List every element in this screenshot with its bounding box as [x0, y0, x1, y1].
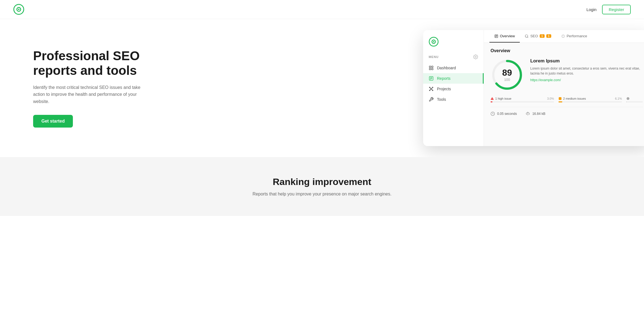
- tab-performance-label: Performance: [567, 34, 587, 38]
- app-mockup: MENU Dashboard Reports: [423, 30, 644, 146]
- medium-issue-label: 2 medium issues: [558, 97, 586, 100]
- performance-tab-icon: [561, 34, 565, 38]
- site-info: Lorem Ipsum Lorem ipsum dolor sit amet, …: [530, 58, 643, 91]
- score-donut-svg: [491, 58, 524, 91]
- mockup-main: Overview SEO 1 1 Performance: [484, 30, 644, 146]
- svg-point-35: [627, 97, 629, 100]
- tools-icon: [429, 97, 434, 102]
- overview-content: Overview 89 100: [484, 43, 644, 146]
- scale-icon: [526, 112, 530, 116]
- svg-point-17: [432, 87, 433, 88]
- svg-rect-10: [432, 68, 433, 70]
- reports-icon: [429, 76, 434, 81]
- svg-point-6: [475, 56, 476, 58]
- low-issue-item: [626, 97, 643, 102]
- sidebar-item-tools[interactable]: Tools: [423, 94, 484, 105]
- hero-title: Professional SEO reports and tools: [33, 49, 149, 78]
- low-issue-label: [626, 97, 630, 100]
- svg-point-18: [429, 90, 430, 91]
- high-issue-pct: 3.0%: [547, 97, 554, 100]
- hero-section: Professional SEO reports and tools Ident…: [0, 19, 644, 157]
- hero-subtitle: Identify the most critical technical SEO…: [33, 84, 149, 105]
- bottom-subtitle: Reports that help you improve your prese…: [245, 192, 399, 197]
- score-circle: 89 100: [491, 58, 524, 91]
- seo-badge-1: 1: [540, 34, 545, 38]
- stat-time-value: 0.05 seconds: [497, 112, 517, 116]
- high-issue-icon: [491, 97, 494, 100]
- svg-rect-34: [559, 97, 561, 100]
- seo-tab-icon: [525, 34, 529, 38]
- site-description: Lorem ipsum dolor sit amet, consectetur …: [530, 66, 643, 76]
- svg-point-28: [525, 35, 528, 37]
- sidebar-projects-label: Projects: [437, 87, 451, 91]
- sidebar-item-dashboard[interactable]: Dashboard: [423, 63, 484, 73]
- sidebar-reports-label: Reports: [437, 76, 450, 81]
- overview-card: 89 100 Lorem Ipsum Lorem ipsum dolor sit…: [491, 58, 643, 91]
- login-button[interactable]: Login: [586, 7, 597, 12]
- sidebar-logo: [423, 37, 484, 54]
- svg-point-19: [432, 90, 433, 91]
- svg-point-5: [433, 41, 434, 43]
- sidebar-tools-label: Tools: [437, 97, 446, 102]
- mockup-sidebar: MENU Dashboard Reports: [423, 30, 484, 146]
- medium-issue-pct: 6.1%: [615, 97, 622, 100]
- tab-seo-label: SEO: [530, 34, 538, 38]
- nav-logo: [13, 4, 24, 15]
- svg-rect-8: [432, 66, 433, 67]
- stat-size-value: 16.84 kB: [532, 112, 545, 116]
- svg-point-16: [429, 87, 430, 88]
- sidebar-dashboard-label: Dashboard: [437, 66, 456, 70]
- high-issue-bar: [491, 101, 554, 102]
- svg-point-2: [18, 9, 20, 10]
- overview-section-title: Overview: [491, 48, 643, 53]
- svg-line-22: [430, 89, 431, 90]
- tab-overview[interactable]: Overview: [489, 30, 520, 43]
- medium-issue-bar-fill: [558, 101, 562, 102]
- sidebar-item-reports[interactable]: Reports: [423, 73, 484, 84]
- stat-size: 16.84 kB: [526, 112, 545, 116]
- site-url: https://example.com/: [530, 78, 643, 82]
- svg-line-20: [430, 88, 431, 88]
- timer-icon: [491, 112, 495, 116]
- stat-time: 0.05 seconds: [491, 112, 517, 116]
- register-button[interactable]: Register: [602, 5, 631, 14]
- hero-text: Professional SEO reports and tools Ident…: [33, 49, 149, 128]
- overview-tab-icon: [494, 34, 498, 38]
- svg-line-29: [528, 37, 528, 38]
- dashboard-icon: [429, 65, 434, 70]
- medium-issue-item: 2 medium issues 6.1%: [558, 97, 622, 102]
- bottom-section: Ranking improvement Reports that help yo…: [0, 157, 644, 216]
- get-started-button[interactable]: Get started: [33, 115, 73, 128]
- site-name: Lorem Ipsum: [530, 58, 643, 64]
- logo-icon: [13, 4, 24, 15]
- high-issue-bar-fill: [491, 101, 492, 102]
- low-issue-bar-fill: [626, 101, 627, 102]
- stats-row: 0.05 seconds 16.84 kB: [491, 107, 643, 116]
- svg-rect-7: [429, 66, 431, 67]
- mockup-tabs: Overview SEO 1 1 Performance: [484, 30, 644, 43]
- bottom-title: Ranking improvement: [13, 176, 631, 187]
- sidebar-item-projects[interactable]: Projects: [423, 84, 484, 94]
- medium-issue-bar: [558, 101, 622, 102]
- svg-line-21: [432, 88, 432, 88]
- nav-actions: Login Register: [586, 5, 631, 14]
- seo-badge-2: 1: [546, 34, 551, 38]
- tab-overview-label: Overview: [500, 34, 515, 38]
- settings-icon: [473, 54, 478, 59]
- low-issue-bar: [626, 101, 643, 102]
- sidebar-menu-label: MENU: [423, 54, 484, 63]
- high-issue-item: 1 high issue 3.0%: [491, 97, 554, 102]
- svg-rect-9: [429, 68, 431, 70]
- projects-icon: [429, 86, 434, 91]
- tab-performance[interactable]: Performance: [556, 30, 592, 43]
- medium-issue-icon: [558, 97, 562, 100]
- issues-row: 1 high issue 3.0%: [491, 97, 643, 102]
- low-issue-icon: [626, 97, 630, 100]
- high-issue-label: 1 high issue: [491, 97, 512, 100]
- tab-seo[interactable]: SEO 1 1: [520, 30, 556, 43]
- svg-line-23: [432, 89, 432, 90]
- navbar: Login Register: [0, 0, 644, 19]
